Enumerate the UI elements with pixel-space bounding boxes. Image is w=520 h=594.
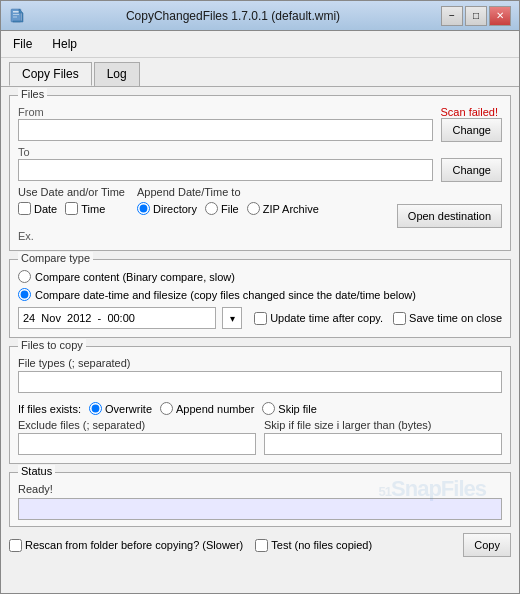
files-to-copy-group: Files to copy File types (; separated) I… [9,346,511,464]
test-label[interactable]: Test (no files copied) [255,539,372,552]
main-content: Files From Scan failed! Change To Change [1,86,519,593]
main-window: CopyChangedFiles 1.7.0.1 (default.wmi) −… [0,0,520,594]
status-input[interactable] [18,498,502,520]
from-input[interactable] [18,119,433,141]
save-time-checkbox[interactable] [393,312,406,325]
files-to-copy-label: Files to copy [18,339,86,351]
compare-option1-label[interactable]: Compare content (Binary compare, slow) [18,270,502,283]
ex-label: Ex. [18,230,34,242]
compare-option2-text: Compare date-time and filesize (copy fil… [35,289,416,301]
svg-rect-2 [13,14,19,15]
exclude-files-input[interactable] [18,433,256,455]
rescan-label[interactable]: Rescan from folder before copying? (Slow… [9,539,243,552]
compare-option2-radio[interactable] [18,288,31,301]
time-checkbox[interactable] [65,202,78,215]
use-datetime-label: Use Date and/or Time [18,186,125,198]
app-icon [9,8,25,24]
save-time-text: Save time on close [409,312,502,324]
minimize-button[interactable]: − [441,6,463,26]
date-label: Date [34,203,57,215]
zip-label: ZIP Archive [263,203,319,215]
files-group-label: Files [18,88,47,100]
update-time-label[interactable]: Update time after copy. [254,312,383,325]
directory-label: Directory [153,203,197,215]
date-checkbox-label[interactable]: Date [18,202,57,215]
window-title: CopyChangedFiles 1.7.0.1 (default.wmi) [25,9,441,23]
compare-option2-label[interactable]: Compare date-time and filesize (copy fil… [18,288,502,301]
time-label: Time [81,203,105,215]
status-group-label: Status [18,465,55,477]
scan-failed-text: Scan failed! [44,106,502,118]
date-checkbox[interactable] [18,202,31,215]
copy-button[interactable]: Copy [463,533,511,557]
file-label: File [221,203,239,215]
skip-file-text: Skip file [278,403,317,415]
update-time-text: Update time after copy. [270,312,383,324]
close-button[interactable]: ✕ [489,6,511,26]
compare-option1-radio[interactable] [18,270,31,283]
save-time-label[interactable]: Save time on close [393,312,502,325]
zip-radio[interactable] [247,202,260,215]
bottom-row: Rescan from folder before copying? (Slow… [9,533,511,557]
skip-size-input[interactable] [264,433,502,455]
update-time-checkbox[interactable] [254,312,267,325]
datetime-dropdown-button[interactable]: ▾ [222,307,242,329]
from-label: From [18,106,44,118]
append-num-radio[interactable] [160,402,173,415]
use-datetime-section: Use Date and/or Time Date Time [18,186,125,219]
datetime-input[interactable] [18,307,216,329]
to-input[interactable] [18,159,433,181]
open-destination-button[interactable]: Open destination [397,204,502,228]
rescan-text: Rescan from folder before copying? (Slow… [25,539,243,551]
file-radio[interactable] [205,202,218,215]
append-datetime-label: Append Date/Time to [137,186,319,198]
files-group: Files From Scan failed! Change To Change [9,95,511,251]
svg-rect-1 [13,11,19,13]
status-text: Ready! [18,483,53,495]
svg-rect-3 [13,16,17,17]
if-exists-label: If files exists: [18,403,81,415]
append-num-label[interactable]: Append number [160,402,254,415]
directory-radio[interactable] [137,202,150,215]
tab-bar: Copy Files Log [1,58,519,86]
time-checkbox-label[interactable]: Time [65,202,105,215]
window-controls: − □ ✕ [441,6,511,26]
compare-option1-text: Compare content (Binary compare, slow) [35,271,235,283]
overwrite-text: Overwrite [105,403,152,415]
menu-bar: File Help [1,31,519,58]
test-checkbox[interactable] [255,539,268,552]
to-label: To [18,146,502,158]
skip-file-label[interactable]: Skip file [262,402,317,415]
maximize-button[interactable]: □ [465,6,487,26]
file-types-label: File types (; separated) [18,357,502,369]
overwrite-label[interactable]: Overwrite [89,402,152,415]
test-text: Test (no files copied) [271,539,372,551]
skip-size-label: Skip if file size i larger than (bytes) [264,419,502,431]
append-num-text: Append number [176,403,254,415]
menu-help[interactable]: Help [48,35,81,53]
to-change-button[interactable]: Change [441,158,502,182]
tab-copy-files[interactable]: Copy Files [9,62,92,86]
compare-group-label: Compare type [18,252,93,264]
skip-file-radio[interactable] [262,402,275,415]
file-radio-label[interactable]: File [205,202,239,215]
tab-log[interactable]: Log [94,62,140,86]
rescan-checkbox[interactable] [9,539,22,552]
directory-radio-label[interactable]: Directory [137,202,197,215]
menu-file[interactable]: File [9,35,36,53]
from-change-button[interactable]: Change [441,118,502,142]
file-types-input[interactable] [18,371,502,393]
zip-radio-label[interactable]: ZIP Archive [247,202,319,215]
exclude-files-label: Exclude files (; separated) [18,419,256,431]
overwrite-radio[interactable] [89,402,102,415]
title-bar: CopyChangedFiles 1.7.0.1 (default.wmi) −… [1,1,519,31]
compare-group: Compare type Compare content (Binary com… [9,259,511,338]
append-datetime-section: Append Date/Time to Directory File ZI [137,186,319,219]
status-group: Status Ready! 51SnapFiles [9,472,511,527]
